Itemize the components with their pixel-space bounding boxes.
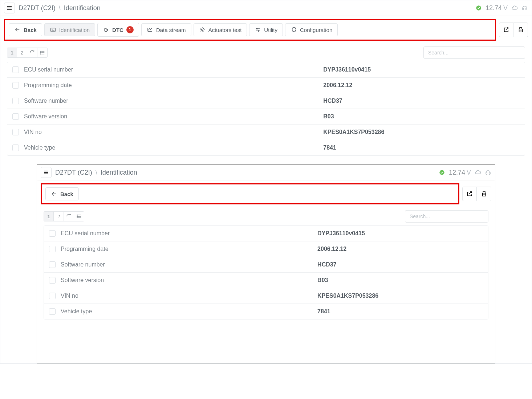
app-view-inset: D27DT (C2I) \ Identification 12.74V — [37, 164, 495, 363]
toolbar-right — [499, 23, 528, 37]
row-checkbox[interactable] — [49, 308, 56, 315]
status-ok-icon — [439, 169, 445, 176]
toolbar-highlight: Back — [41, 183, 459, 204]
list-icon — [76, 213, 82, 220]
row-checkbox[interactable] — [12, 113, 19, 120]
row-checkbox[interactable] — [12, 98, 19, 104]
svg-point-31 — [77, 217, 78, 218]
svg-rect-13 — [519, 30, 522, 32]
row-checkbox[interactable] — [12, 82, 19, 89]
cloud-icon[interactable] — [511, 5, 518, 11]
table-row: Vehicle type 7841 — [44, 304, 488, 319]
identification-label: Identification — [59, 27, 90, 33]
breadcrumb-separator: \ — [59, 4, 61, 12]
row-value: HCD37 — [323, 98, 520, 104]
search-input[interactable] — [423, 46, 525, 59]
dtc-button[interactable]: DTC 1 — [97, 23, 139, 37]
engine-icon — [103, 27, 109, 33]
toolbar-highlight: Back Identification DTC 1 Data stream — [4, 19, 496, 41]
print-icon — [481, 191, 487, 197]
arrow-left-icon — [14, 27, 21, 33]
row-checkbox[interactable] — [49, 246, 56, 252]
svg-rect-25 — [482, 194, 486, 196]
actuators-label: Actuators test — [208, 27, 242, 33]
page-1[interactable]: 1 — [44, 211, 54, 221]
menu-button[interactable] — [4, 3, 15, 13]
row-checkbox[interactable] — [12, 66, 19, 73]
actuators-button[interactable]: Actuators test — [194, 23, 247, 36]
headset-icon[interactable] — [485, 169, 491, 176]
data-table: ECU serial number DYPJ36110v0415 Program… — [44, 225, 488, 319]
table-row: Vehicle type 7841 — [7, 140, 525, 155]
svg-point-3 — [476, 5, 481, 11]
data-table: ECU serial number DYPJ36110v0415 Program… — [7, 62, 525, 156]
toolbar-right — [462, 187, 491, 201]
refresh-button[interactable] — [64, 211, 74, 221]
row-value: KPES0A1KS7P053286 — [317, 293, 483, 299]
arrow-left-icon — [51, 191, 57, 197]
export-button[interactable] — [462, 187, 477, 201]
menu-icon — [6, 5, 13, 11]
refresh-icon — [66, 213, 72, 220]
utility-button[interactable]: Utility — [249, 23, 283, 36]
data-stream-button[interactable]: Data stream — [141, 23, 191, 36]
refresh-button[interactable] — [27, 48, 37, 58]
list-icon — [39, 49, 46, 56]
export-button[interactable] — [499, 23, 513, 37]
svg-point-11 — [257, 28, 258, 29]
configuration-label: Configuration — [300, 27, 332, 33]
back-button[interactable]: Back — [9, 23, 42, 36]
search-input[interactable] — [405, 210, 488, 223]
back-button[interactable]: Back — [45, 187, 79, 200]
list-view-button[interactable] — [74, 211, 84, 221]
dtc-label: DTC — [112, 27, 123, 33]
header-right: 12.74V — [475, 4, 528, 12]
row-checkbox[interactable] — [49, 293, 56, 299]
sliders-icon — [255, 27, 261, 33]
row-checkbox[interactable] — [12, 144, 19, 151]
svg-point-8 — [201, 29, 203, 31]
table-row: Software number HCD37 — [44, 257, 488, 273]
table-row: Software version B03 — [44, 273, 488, 288]
print-icon — [517, 27, 524, 33]
configuration-button[interactable]: Configuration — [285, 23, 338, 36]
table-row: Software number HCD37 — [7, 93, 525, 109]
utility-label: Utility — [264, 27, 277, 33]
row-label: Programming date — [24, 82, 318, 89]
breadcrumb-device: D27DT (C2I) — [55, 169, 92, 176]
row-label: Software version — [24, 113, 318, 120]
row-value: B03 — [317, 277, 483, 284]
headset-icon[interactable] — [521, 5, 528, 11]
breadcrumb: D27DT (C2I) \ Identification — [55, 169, 137, 176]
svg-point-19 — [40, 54, 41, 54]
cloud-icon[interactable] — [475, 169, 481, 176]
list-view-button[interactable] — [37, 48, 48, 58]
table-row: ECU serial number DYPJ36110v0415 — [44, 226, 488, 241]
row-checkbox[interactable] — [49, 261, 56, 268]
header: D27DT (C2I) \ Identification 12.74V — [0, 0, 532, 16]
page-1[interactable]: 1 — [7, 48, 17, 58]
voltage-unit: V — [503, 4, 508, 12]
print-button[interactable] — [477, 187, 491, 201]
print-button[interactable] — [513, 23, 528, 37]
refresh-icon — [29, 49, 36, 56]
breadcrumb-separator: \ — [96, 169, 97, 176]
back-label: Back — [24, 27, 37, 33]
voltage-value: 12.74 — [449, 169, 465, 176]
inset-view-wrapper: D27DT (C2I) \ Identification 12.74V — [37, 164, 495, 363]
export-icon — [466, 191, 473, 197]
breadcrumb-section: Identification — [64, 4, 101, 12]
page-2[interactable]: 2 — [54, 211, 64, 221]
identification-button[interactable]: Identification — [44, 23, 95, 36]
row-checkbox[interactable] — [49, 230, 56, 237]
menu-button[interactable] — [41, 167, 52, 178]
row-checkbox[interactable] — [49, 277, 56, 284]
row-label: VIN no — [24, 129, 318, 135]
page-2[interactable]: 2 — [17, 48, 27, 58]
dtc-badge: 1 — [126, 26, 134, 33]
row-label: ECU serial number — [24, 66, 318, 73]
row-value: 7841 — [323, 144, 520, 151]
row-checkbox[interactable] — [12, 129, 19, 135]
voltage-display: 12.74V — [449, 169, 471, 176]
back-label: Back — [60, 191, 73, 197]
